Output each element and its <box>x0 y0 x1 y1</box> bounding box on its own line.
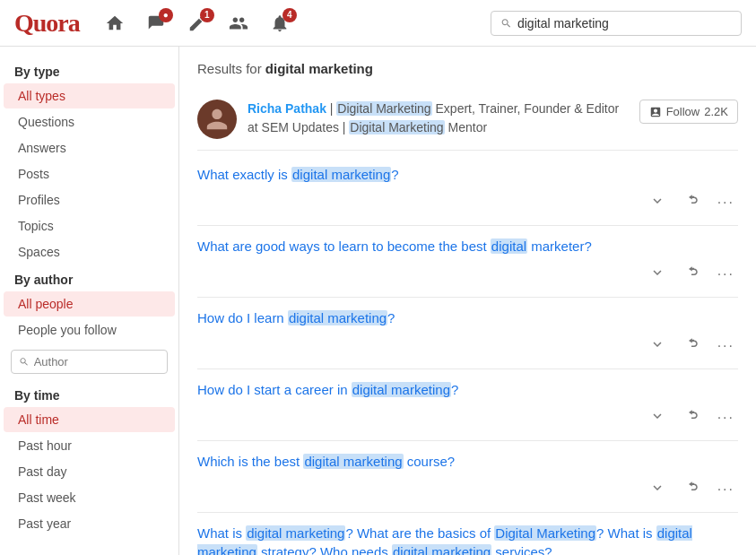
downvote-button-5[interactable] <box>646 478 669 501</box>
author-search-input[interactable] <box>34 355 160 369</box>
sidebar-item-topics[interactable]: Topics <box>4 213 175 238</box>
more-button-3[interactable]: ··· <box>714 336 738 356</box>
header: Quora ● 1 <box>0 0 756 47</box>
downvote-icon-2 <box>649 264 665 281</box>
results-query: digital marketing <box>265 61 373 76</box>
sidebar-item-profiles[interactable]: Profiles <box>4 187 175 212</box>
main-layout: By type All types Questions Answers Post… <box>0 47 756 555</box>
sidebar-item-past-year[interactable]: Past year <box>4 511 175 536</box>
upvote-button-1[interactable] <box>680 191 703 214</box>
search-bar[interactable] <box>491 11 742 36</box>
by-time-title: By time <box>0 381 178 406</box>
downvote-button-1[interactable] <box>646 191 669 214</box>
create-nav-icon[interactable]: 1 <box>187 13 207 33</box>
follow-icon <box>649 106 662 118</box>
question-5[interactable]: Which is the best digital marketing cour… <box>197 452 738 471</box>
result-item-4: How do I start a career in digital marke… <box>197 369 738 441</box>
upvote-button-4[interactable] <box>680 406 703 429</box>
results-header: Results for digital marketing <box>197 61 738 76</box>
answers-badge: ● <box>159 8 173 22</box>
by-type-title: By type <box>0 57 178 82</box>
upvote-icon-2 <box>683 264 700 281</box>
notifications-badge: 4 <box>282 8 297 22</box>
result-actions-1: ··· <box>197 191 738 214</box>
sidebar-item-past-day[interactable]: Past day <box>4 459 175 484</box>
follow-count: 2.2K <box>704 105 728 118</box>
upvote-icon-5 <box>683 480 700 496</box>
result-actions-4: ··· <box>197 406 738 429</box>
follow-button[interactable]: Follow 2.2K <box>639 100 738 124</box>
profile-card: Richa Pathak | Digital Marketing Expert,… <box>197 89 738 151</box>
content-area: Results for digital marketing Richa Path… <box>179 47 756 555</box>
create-badge: 1 <box>200 8 214 22</box>
question-6[interactable]: What is digital marketing? What are the … <box>197 524 738 555</box>
home-nav-icon[interactable] <box>105 13 125 33</box>
more-button-4[interactable]: ··· <box>714 408 738 428</box>
sidebar-item-people-you-follow[interactable]: People you follow <box>4 317 175 343</box>
question-2[interactable]: What are good ways to learn to become th… <box>197 237 738 256</box>
people-icon <box>229 13 248 33</box>
profile-name[interactable]: Richa Pathak <box>248 101 326 116</box>
result-item-5: Which is the best digital marketing cour… <box>197 441 738 513</box>
sidebar-item-answers[interactable]: Answers <box>4 135 175 160</box>
result-item-2: What are good ways to learn to become th… <box>197 226 738 298</box>
sidebar-item-past-week[interactable]: Past week <box>4 485 175 510</box>
downvote-icon-1 <box>649 193 665 209</box>
upvote-button-3[interactable] <box>680 334 703 358</box>
home-icon <box>105 13 125 33</box>
result-actions-3: ··· <box>197 334 738 358</box>
nav-icons: ● 1 4 <box>105 13 473 33</box>
downvote-icon-3 <box>649 336 665 352</box>
by-author-title: By author <box>0 265 178 291</box>
sidebar-item-past-hour[interactable]: Past hour <box>4 433 175 458</box>
sidebar-item-all-people[interactable]: All people <box>4 291 175 317</box>
sidebar-item-posts[interactable]: Posts <box>4 161 175 186</box>
more-button-2[interactable]: ··· <box>714 264 738 284</box>
upvote-icon-1 <box>683 193 700 209</box>
downvote-icon-4 <box>649 408 665 424</box>
downvote-button-3[interactable] <box>646 334 669 358</box>
upvote-button-5[interactable] <box>680 478 703 501</box>
sidebar: By type All types Questions Answers Post… <box>0 47 179 555</box>
result-item-1: What exactly is digital marketing? ··· <box>197 154 738 226</box>
sidebar-item-all-types[interactable]: All types <box>4 83 175 108</box>
result-actions-2: ··· <box>197 263 738 286</box>
more-button-5[interactable]: ··· <box>714 480 738 499</box>
spaces-nav-icon[interactable] <box>229 13 248 33</box>
upvote-icon-3 <box>683 336 700 352</box>
more-button-1[interactable]: ··· <box>714 193 738 212</box>
question-1[interactable]: What exactly is digital marketing? <box>197 165 738 184</box>
author-search-icon <box>19 356 30 368</box>
result-item-6: What is digital marketing? What are the … <box>197 513 738 555</box>
downvote-icon-5 <box>649 480 665 496</box>
sidebar-item-all-time[interactable]: All time <box>4 407 175 432</box>
question-4[interactable]: How do I start a career in digital marke… <box>197 380 738 399</box>
sidebar-item-questions[interactable]: Questions <box>4 109 175 134</box>
search-input[interactable] <box>517 16 732 30</box>
results-prefix: Results for <box>197 61 265 76</box>
search-icon <box>500 17 512 30</box>
answers-nav-icon[interactable]: ● <box>146 13 166 33</box>
quora-logo[interactable]: Quora <box>14 9 80 38</box>
result-item-3: How do I learn digital marketing? ··· <box>197 298 738 369</box>
profile-info: Richa Pathak | Digital Marketing Expert,… <box>248 100 629 137</box>
notifications-nav-icon[interactable]: 4 <box>270 13 290 33</box>
downvote-button-4[interactable] <box>646 406 669 429</box>
follow-label: Follow <box>666 105 700 118</box>
upvote-button-2[interactable] <box>680 263 703 286</box>
avatar <box>197 100 237 139</box>
question-3[interactable]: How do I learn digital marketing? <box>197 308 738 327</box>
upvote-icon-4 <box>683 408 700 424</box>
sidebar-item-spaces[interactable]: Spaces <box>4 239 175 264</box>
avatar-icon <box>204 107 230 132</box>
author-search-box[interactable] <box>11 350 168 374</box>
downvote-button-2[interactable] <box>646 263 669 286</box>
result-actions-5: ··· <box>197 478 738 501</box>
